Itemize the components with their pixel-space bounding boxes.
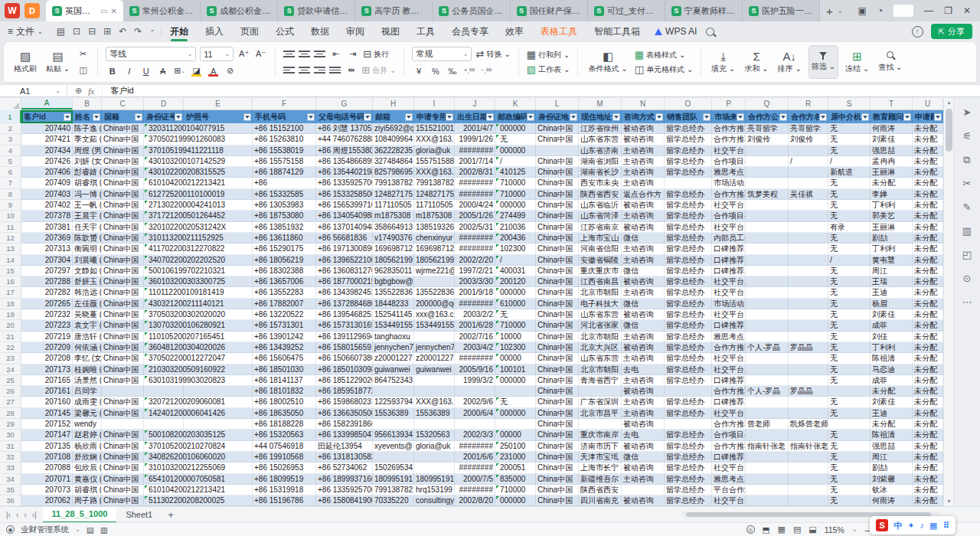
cell[interactable]: 207313: [21, 243, 73, 254]
cell[interactable]: +86 18874129: [253, 167, 316, 178]
cell[interactable]: 包欣辰 (女: [73, 462, 102, 473]
cell[interactable]: China中国: [536, 287, 579, 298]
cell[interactable]: +86 18056219: [253, 255, 316, 266]
cell[interactable]: +44 07546918: [253, 441, 316, 452]
cell[interactable]: +86: [253, 178, 316, 188]
rows-columns-button[interactable]: ▦行和列 ⌄: [527, 49, 570, 60]
cell[interactable]: 留学总经办: [665, 462, 712, 473]
cell[interactable]: 207421: [21, 134, 73, 145]
cell[interactable]: China中国: [102, 189, 144, 200]
filter-icon[interactable]: [527, 113, 534, 121]
cell[interactable]: [746, 309, 789, 320]
cell[interactable]: 2001/9/18: [455, 287, 495, 298]
cell[interactable]: 15536389: [373, 408, 414, 419]
cell[interactable]: +86 19713008901: [316, 243, 373, 254]
cell[interactable]: ########: [455, 485, 495, 495]
cell[interactable]: 吴晓蔓 (女: [73, 309, 102, 320]
cell[interactable]: 未分配: [913, 123, 943, 134]
row-header[interactable]: 34: [0, 474, 21, 485]
cell[interactable]: 微信: [622, 452, 665, 462]
cell[interactable]: 207208: [21, 353, 73, 364]
indent-increase-icon[interactable]: ⇥: [346, 47, 359, 60]
cell[interactable]: 207265: [21, 299, 73, 309]
cell[interactable]: +86 15196786: [253, 495, 316, 506]
cell[interactable]: 无: [828, 189, 871, 200]
cell[interactable]: 2001/7/14: [455, 156, 495, 167]
row-header[interactable]: 29: [0, 419, 21, 430]
cell[interactable]: 市场活动,: [712, 299, 746, 309]
cell[interactable]: China中国: [536, 222, 579, 233]
row-header[interactable]: 28: [0, 408, 21, 419]
normal-view-icon[interactable]: ▦: [778, 525, 786, 534]
cell[interactable]: 210036: [495, 222, 536, 233]
column-title-cell[interactable]: 出生日期: [455, 110, 495, 123]
cell[interactable]: China中国: [102, 452, 144, 462]
system-label[interactable]: 业财管理系统: [21, 525, 69, 535]
column-header-T[interactable]: T: [871, 98, 913, 109]
cell[interactable]: 留学总经办: [665, 299, 712, 309]
cell[interactable]: [789, 276, 828, 287]
column-header-R[interactable]: R: [789, 98, 828, 109]
cell[interactable]: 未分配: [913, 178, 943, 188]
cell[interactable]: 370503200302020020: [144, 309, 184, 320]
cell[interactable]: [414, 452, 455, 462]
row-header[interactable]: 32: [0, 452, 21, 462]
cell[interactable]: [789, 495, 828, 506]
cell[interactable]: 无: [828, 408, 871, 419]
cell[interactable]: [746, 299, 789, 309]
cell[interactable]: 袁文宇 (女: [73, 320, 102, 331]
cell[interactable]: China中国: [536, 430, 579, 440]
cell[interactable]: +86 13657006: [253, 276, 316, 287]
cell[interactable]: 合作方推荐: [712, 386, 746, 397]
cell[interactable]: 山东省临沂: [579, 200, 622, 211]
cell[interactable]: 无: [828, 397, 871, 407]
cell[interactable]: 江苏省徐州: [579, 123, 622, 134]
menu-tab-效率[interactable]: 效率: [497, 21, 532, 41]
cell[interactable]: 124827175: [373, 189, 414, 200]
cell[interactable]: +86 13911296943: [316, 332, 373, 342]
cell[interactable]: 左佳薇 (女: [73, 299, 102, 309]
cell[interactable]: XXX@163.: [414, 134, 455, 145]
cell[interactable]: 未分配: [913, 222, 943, 233]
sogou-logo-icon[interactable]: S: [876, 519, 888, 531]
cell[interactable]: ########: [455, 353, 495, 364]
cell[interactable]: China中国: [536, 189, 579, 200]
cell[interactable]: 无: [828, 243, 871, 254]
cell[interactable]: 207147: [21, 430, 73, 440]
cell[interactable]: 153449155: [414, 320, 455, 331]
zoom-dropdown-icon[interactable]: ⌄: [852, 526, 858, 533]
cell[interactable]: 169698712: [373, 243, 414, 254]
cell[interactable]: 825798695: [373, 167, 414, 178]
page-break-icon[interactable]: ⬓: [808, 525, 816, 534]
cell[interactable]: 王瑞: [871, 276, 913, 287]
column-header-U[interactable]: U: [913, 98, 943, 109]
cell[interactable]: 207071: [21, 474, 73, 485]
cell[interactable]: 周江: [871, 266, 913, 276]
cell[interactable]: 衡琬明 (女: [73, 243, 102, 254]
cell[interactable]: 956613934: [373, 430, 414, 440]
cell[interactable]: 无: [828, 134, 871, 145]
column-title-cell[interactable]: 客户id: [21, 110, 73, 123]
cell[interactable]: 刘妍 (女): [73, 156, 102, 167]
cell[interactable]: 李忆 (女): [73, 353, 102, 364]
cell[interactable]: 冯一博 (男: [73, 189, 102, 200]
cell[interactable]: 指南针张老: [746, 441, 789, 452]
row-header[interactable]: 24: [0, 364, 21, 375]
cell[interactable]: 610000: [495, 299, 536, 309]
decimal-increase-icon[interactable]: ⁺.⁰⁰: [462, 64, 475, 77]
filter-icon[interactable]: [861, 113, 869, 121]
cell[interactable]: 被动咨询: [622, 386, 665, 397]
cell[interactable]: 王晨宇 (男: [73, 211, 102, 221]
cell[interactable]: 口碑推荐,: [712, 266, 746, 276]
cell[interactable]: 207088: [21, 462, 73, 473]
cell[interactable]: China中国: [536, 309, 579, 320]
cell[interactable]: 口碑推荐,: [712, 452, 746, 462]
cell[interactable]: 刘素佳: [871, 134, 913, 145]
cell[interactable]: 主动咨询: [622, 145, 665, 156]
cell[interactable]: China中国: [102, 156, 144, 167]
cell[interactable]: 主动咨询: [622, 156, 665, 167]
indent-decrease-icon[interactable]: ⇤: [329, 47, 342, 60]
cell[interactable]: 社交平台,/: [712, 495, 746, 506]
cell[interactable]: [789, 452, 828, 462]
cell[interactable]: 207073: [21, 485, 73, 495]
